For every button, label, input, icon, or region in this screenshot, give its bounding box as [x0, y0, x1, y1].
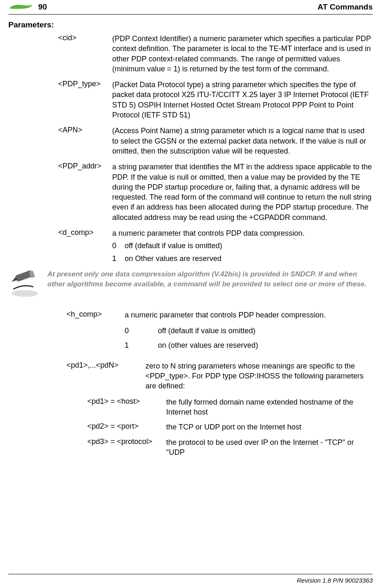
value-text: on Other values are reserved: [125, 254, 221, 264]
param-desc: the protocol to be used over IP on the I…: [166, 437, 373, 458]
param-name: <PDP_type>: [58, 80, 112, 120]
value-text: off (default if value is omitted): [125, 241, 222, 251]
value-number: 1: [125, 340, 158, 350]
param-pdp-addr: <PDP_addr> a string parameter that ident…: [8, 162, 373, 222]
param-name: <cid>: [58, 34, 112, 74]
content-body: Parameters: <cid> (PDP Context Identifie…: [8, 15, 373, 457]
section-title: AT Commands: [317, 2, 373, 12]
svg-point-0: [12, 290, 38, 297]
value-text: on (other values are reserved): [158, 340, 258, 350]
param-pdn: <pd1>,...<pdN> zero to N string paramete…: [8, 361, 373, 391]
note-box: At present only one data compression alg…: [8, 269, 373, 298]
param-desc: (PDP Context Identifier) a numeric param…: [112, 34, 373, 74]
value-number: 0: [112, 241, 125, 251]
param-desc: zero to N string parameters whose meanin…: [145, 361, 373, 391]
param-apn: <APN> (Access Point Name) a string param…: [8, 126, 373, 156]
param-name: <pd1> = <host>: [87, 397, 166, 417]
param-name: <APN>: [58, 126, 112, 156]
param-pd1: <pd1> = <host> the fully formed domain n…: [8, 397, 373, 417]
param-desc: a numeric parameter that controls PDP he…: [125, 310, 373, 320]
value-number: 0: [125, 326, 158, 336]
value-text: off (default if value is omitted): [158, 326, 256, 336]
param-cid: <cid> (PDP Context Identifier) a numeric…: [8, 34, 373, 74]
param-name: <pd1>,...<pdN>: [66, 361, 145, 391]
parameters-heading: Parameters:: [8, 20, 373, 29]
param-desc: a string parameter that identifies the M…: [112, 162, 373, 222]
param-desc: the TCP or UDP port on the Internet host: [166, 422, 373, 432]
page-number: 90: [38, 2, 47, 12]
param-desc: the fully formed domain name extended ho…: [166, 397, 373, 417]
param-desc: (Packet Data Protocol type) a string par…: [112, 80, 373, 120]
param-h-comp: <h_comp> a numeric parameter that contro…: [8, 310, 373, 350]
pencil-note-icon: [8, 269, 42, 298]
param-name: <h_comp>: [66, 310, 125, 350]
param-name: <pd3> = <protocol>: [87, 437, 166, 458]
page-footer: Revision 1.8 P/N 90023363: [8, 574, 373, 584]
param-desc: a numeric parameter that controls PDP da…: [112, 228, 373, 238]
param-pd3: <pd3> = <protocol> the protocol to be us…: [8, 437, 373, 458]
note-text: At present only one data compression alg…: [47, 269, 373, 289]
param-name: <PDP_addr>: [58, 162, 112, 222]
param-pdp-type: <PDP_type> (Packet Data Protocol type) a…: [8, 80, 373, 120]
param-pd2: <pd2> = <port> the TCP or UDP port on th…: [8, 422, 373, 432]
param-name: <d_comp>: [58, 228, 112, 264]
param-d-comp: <d_comp> a numeric parameter that contro…: [8, 228, 373, 264]
page-header: 90 AT Commands: [8, 0, 373, 15]
swoosh-logo-icon: [8, 2, 33, 12]
param-name: <pd2> = <port>: [87, 422, 166, 432]
value-number: 1: [112, 254, 125, 264]
param-desc: (Access Point Name) a string parameter w…: [112, 126, 373, 156]
